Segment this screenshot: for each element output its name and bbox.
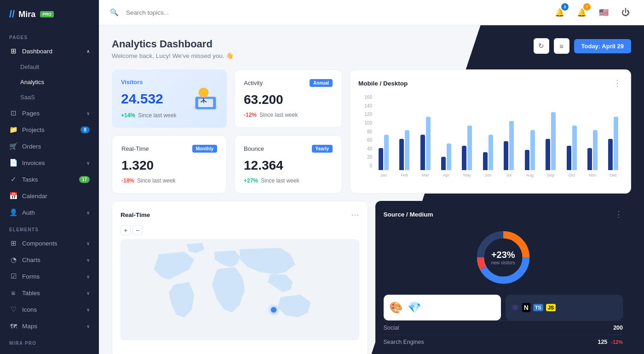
sidebar-item-maps[interactable]: 🗺 Maps ∨: [0, 318, 99, 334]
bounce-change-pct: +27%: [244, 177, 258, 184]
sidebar-item-dashboard[interactable]: ⊞ Dashboard ∧: [0, 43, 99, 59]
chevron-icon-invoices: ∨: [86, 160, 90, 166]
language-selector[interactable]: 🇺🇸: [596, 5, 611, 20]
bar-label-mar: Mar: [422, 173, 429, 177]
refresh-button[interactable]: ↻: [534, 38, 549, 54]
javascript-icon: JS: [546, 304, 556, 311]
notifications-button[interactable]: 🔔 3: [552, 5, 567, 20]
search-input[interactable]: [126, 9, 227, 16]
sidebar-item-pages[interactable]: ⊡ Pages ∨: [0, 105, 99, 121]
sidebar-label-analytics: Analytics: [20, 79, 44, 86]
page-subtitle: Welcome back, Lucy! We've missed you. 👋: [112, 52, 234, 59]
bar-mobile-jan: [384, 135, 389, 171]
bounce-card: Bounce Yearly 12.364 +27% Since last wee…: [234, 135, 342, 194]
realtime-change-pct: -18%: [121, 177, 134, 184]
redux-icon: ⚛: [511, 302, 519, 313]
figma-icon: 🎨: [389, 301, 403, 314]
sidebar-item-tasks[interactable]: ✓ Tasks 17: [0, 171, 99, 188]
forms-icon: ☑: [9, 272, 17, 280]
realtime-change-text: Since last week: [137, 177, 175, 184]
bar-mobile-aug: [530, 130, 535, 170]
app-name: Mira: [18, 10, 35, 19]
activity-change-text: Since last week: [259, 112, 298, 118]
bar-desktop-mar: [420, 135, 425, 171]
charts-icon: ◔: [9, 256, 17, 264]
source-more-button[interactable]: ⋮: [615, 209, 623, 219]
realtime-tag: Monthly: [192, 145, 217, 153]
sidebar-label-charts: Charts: [22, 257, 40, 263]
chevron-icon-pages: ∨: [86, 111, 90, 116]
maps-icon: 🗺: [9, 322, 17, 330]
bar-label-jan: Jan: [380, 173, 387, 177]
chevron-icon-maps: ∨: [86, 324, 90, 329]
tables-icon: ≡: [9, 289, 17, 297]
sidebar-item-analytics[interactable]: Analytics: [0, 74, 99, 90]
bar-label-may: May: [463, 173, 471, 177]
bar-desktop-feb: [399, 139, 404, 170]
world-map: [121, 239, 359, 340]
sidebar-item-icons[interactable]: ♡ Icons ∨: [0, 301, 99, 318]
alerts-button[interactable]: 🔔 7: [574, 5, 589, 20]
bar-label-oct: Oct: [569, 173, 575, 177]
sidebar-item-saas[interactable]: SaaS: [0, 90, 99, 105]
notif-badge-1: 3: [561, 3, 569, 11]
sidebar-item-calendar[interactable]: 📅 Calendar: [0, 188, 99, 204]
bounce-change-text: Since last week: [261, 177, 299, 184]
map-more-button[interactable]: ⋯: [351, 210, 359, 220]
sidebar-item-invoices[interactable]: 📄 Invoices ∨: [0, 154, 99, 171]
bar-desktop-apr: [441, 157, 446, 170]
chevron-icon-auth: ∨: [86, 210, 90, 215]
bar-desktop-oct: [567, 146, 571, 170]
sidebar-item-orders[interactable]: 🛒 Orders: [0, 138, 99, 154]
map-zoom-in-button[interactable]: +: [121, 225, 131, 235]
chevron-icon-comp: ∨: [86, 241, 90, 246]
sidebar-item-charts[interactable]: ◔ Charts ∨: [0, 251, 99, 268]
app-logo[interactable]: // Mira PRO: [0, 0, 99, 29]
bar-mobile-apr: [447, 143, 451, 170]
invoices-icon: 📄: [9, 159, 17, 167]
bar-desktop-may: [462, 146, 466, 170]
bar-mobile-dec: [614, 117, 618, 170]
calendar-icon: 📅: [9, 192, 17, 200]
bar-label-nov: Nov: [589, 173, 596, 177]
bar-group-may: May: [458, 126, 476, 177]
power-button[interactable]: ⏻: [618, 5, 633, 20]
realtime-card: Real-Time Monthly 1.320 -18% Since last …: [112, 135, 227, 194]
sidebar-item-tables[interactable]: ≡ Tables ∨: [0, 285, 99, 301]
stats-grid: Visitors 24.532 +14% Since last week: [112, 69, 631, 194]
bar-mobile-jun: [489, 135, 493, 171]
visitors-change-text: Since last week: [138, 112, 176, 119]
source-search-change: -12%: [611, 339, 623, 345]
sidebar-item-components[interactable]: ⊞ Components ∨: [0, 235, 99, 251]
bar-label-jul: Jul: [506, 173, 512, 177]
source-search-val: 125: [598, 339, 607, 345]
sidebar-label-projects: Projects: [22, 126, 45, 133]
sidebar-item-default[interactable]: Default: [0, 59, 99, 74]
bar-group-jan: Jan: [374, 135, 392, 178]
bounce-label: Bounce: [244, 145, 264, 152]
bar-mobile-jul: [509, 121, 514, 170]
bar-label-aug: Aug: [526, 173, 534, 177]
sidebar-item-forms[interactable]: ☑ Forms ∨: [0, 268, 99, 285]
mobile-desktop-card: Mobile / Desktop ⋮ 160140120100 80604020…: [350, 69, 631, 194]
visitors-card: Visitors 24.532 +14% Since last week: [112, 69, 227, 128]
svg-rect-2: [198, 99, 213, 107]
source-search-label: Search Engines: [384, 339, 424, 345]
activity-label: Activity: [244, 80, 263, 86]
today-button[interactable]: Today: April 29: [574, 39, 631, 53]
sidebar-label-auth: Auth: [22, 209, 35, 216]
donut-pct: +23%: [491, 250, 515, 260]
sidebar-item-projects[interactable]: 📁 Projects 8: [0, 121, 99, 138]
filter-button[interactable]: ≡: [554, 38, 569, 54]
map-zoom-out-button[interactable]: −: [132, 225, 143, 235]
bar-label-apr: Apr: [443, 173, 449, 177]
activity-value: 63.200: [244, 92, 333, 107]
sidebar-label-dashboard: Dashboard: [22, 48, 52, 55]
chart-more-button[interactable]: ⋮: [613, 78, 622, 88]
bar-group-jul: Jul: [500, 121, 518, 177]
bar-mobile-sep: [551, 112, 556, 170]
sidebar-label-default: Default: [20, 63, 39, 70]
sidebar-item-auth[interactable]: 👤 Auth ∨: [0, 204, 99, 221]
chevron-down-icon: ∧: [86, 49, 90, 54]
source-medium-card: Source / Medium ⋮: [375, 201, 632, 354]
